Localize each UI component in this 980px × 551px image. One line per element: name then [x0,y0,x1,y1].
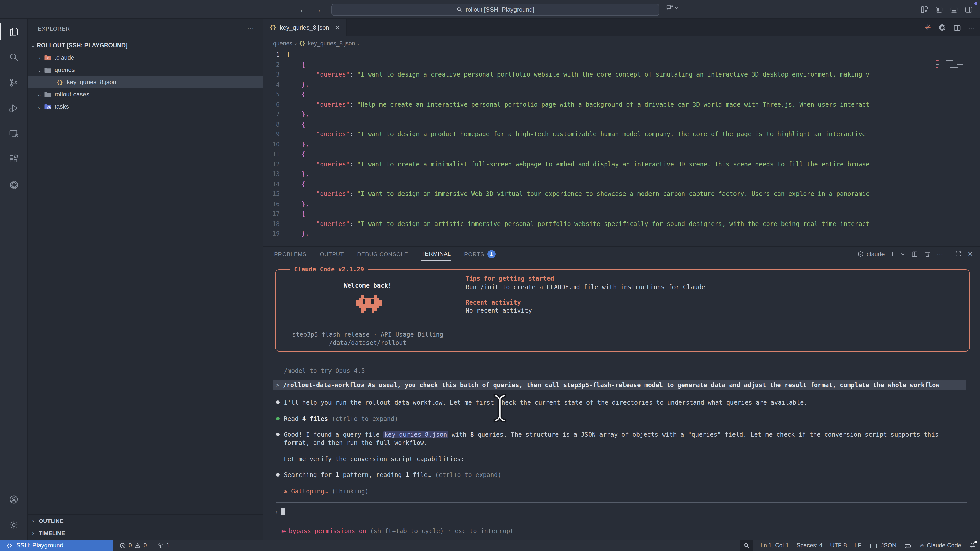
sidebar-section-outline[interactable]: › OUTLINE [27,514,263,527]
code-text: "queries": "I want to design a product h… [287,130,980,140]
activity-source-control-icon[interactable] [0,70,27,95]
permissions-hint: ▶▶bypass permissions on (shift+tab to cy… [282,527,514,535]
more-actions-icon[interactable]: ⋯ [247,24,255,33]
tree-item-rollout-cases[interactable]: ⌄rollout-cases [27,88,263,100]
toggle-sidebar-icon[interactable] [935,5,943,14]
line-number: 19 [263,229,287,239]
command-center-search[interactable]: rollout [SSH: Playground] [331,3,659,16]
chevron-right-icon: › [358,40,360,46]
code-line-13[interactable]: 13 }, [263,169,980,179]
tab-problems[interactable]: PROBLEMS [274,247,307,261]
breadcrumb-file[interactable]: key_quries_8.json [308,40,355,46]
code-line-8[interactable]: 8 { [263,120,980,130]
activity-remote-explorer-icon[interactable] [0,121,27,146]
tab-terminal[interactable]: TERMINAL [422,247,451,261]
cursor-position[interactable]: Ln 1, Col 1 [760,542,789,548]
code-line-19[interactable]: 19 }, [263,229,980,239]
copilot-chat-button[interactable] [666,4,679,12]
split-terminal-icon[interactable] [911,250,918,257]
language-mode[interactable]: { } JSON [869,542,896,548]
code-line-10[interactable]: 10 }, [263,140,980,149]
kill-terminal-icon[interactable] [924,250,931,257]
eol[interactable]: LF [854,542,861,548]
tree-item-queries[interactable]: ⌄queries [27,64,263,76]
chatgpt-icon[interactable] [938,24,946,32]
more-actions-icon[interactable]: ⋯ [937,250,943,258]
code-line-1[interactable]: 1[ [263,50,980,60]
split-editor-icon[interactable] [953,24,961,32]
new-terminal-icon[interactable]: + [891,249,895,258]
code-line-14[interactable]: 14 { [263,179,980,189]
close-panel-icon[interactable]: ✕ [967,250,973,258]
sidebar-section-timeline[interactable]: › TIMELINE [27,527,263,539]
tree-root[interactable]: ⌄ ROLLOUT [SSH: PLAYGROUND] [27,39,263,52]
terminal-prompt[interactable]: › [275,508,285,516]
line-number: 3 [263,70,287,80]
code-line-9[interactable]: 9 "queries": "I want to design a product… [263,130,980,140]
claude-icon[interactable]: ✳ [924,23,931,32]
encoding[interactable]: UTF-8 [830,542,847,548]
code-line-4[interactable]: 4 }, [263,80,980,90]
robot-eye [363,300,366,303]
activity-extensions-icon[interactable] [0,146,27,172]
activity-settings-icon[interactable] [0,512,27,538]
robot-icon[interactable] [904,541,912,549]
code-line-2[interactable]: 2 { [263,60,980,70]
tree-item-tasks[interactable]: ⌄tasks [27,100,263,113]
double-arrow-icon: ▶▶ [282,529,285,534]
code-line-17[interactable]: 17 { [263,209,980,219]
more-actions-icon[interactable]: ⋯ [968,24,975,32]
breadcrumb-more[interactable]: … [362,40,368,46]
notifications[interactable] [969,542,976,549]
code-line-11[interactable]: 11 { [263,149,980,159]
problems-status[interactable]: 0 0 [119,542,147,549]
zoom-status[interactable] [740,540,752,551]
breadcrumb-folder[interactable]: queries [273,40,292,46]
ports-status[interactable]: 1 [157,542,170,549]
toggle-secondary-sidebar-icon[interactable] [965,5,973,14]
line-number: 15 [263,189,287,199]
tips-body: Run /init to create a CLAUDE.md file wit… [466,284,705,291]
maximize-panel-icon[interactable] [955,251,962,257]
code-line-12[interactable]: 12 "queries": "I want to create a minima… [263,159,980,169]
activity-explorer-icon[interactable] [0,19,27,44]
toggle-panel-icon[interactable] [950,5,958,14]
code-line-16[interactable]: 16 }, [263,199,980,209]
nav-forward-icon[interactable]: → [314,5,321,14]
code-line-7[interactable]: 7 }, [263,110,980,120]
panel-header: PROBLEMS OUTPUT DEBUG CONSOLE TERMINAL P… [263,247,980,261]
json-file-icon: {} [269,24,277,30]
code-line-3[interactable]: 3 "queries": "I want to design a creativ… [263,70,980,80]
tab-key-quries[interactable]: {} key_quries_8.json ✕ [263,19,347,36]
tree-item--claude[interactable]: ›✳.claude [27,52,263,64]
tab-ports[interactable]: PORTS 1 [464,247,495,261]
tab-output[interactable]: OUTPUT [320,247,344,261]
code-editor[interactable]: 1[2 {3 "queries": "I want to design a cr… [263,50,980,246]
activity-search-icon[interactable] [0,44,27,70]
terminal-instance[interactable]: claude [857,250,885,257]
nav-back-icon[interactable]: ← [299,5,307,14]
line-number: 12 [263,159,287,169]
code-text: { [287,120,980,130]
chevron-down-icon[interactable] [900,251,905,256]
breadcrumb[interactable]: queries › {} key_quries_8.json › … [263,36,980,50]
claude-code-status[interactable]: ✳ Claude Code [919,542,961,549]
code-line-15[interactable]: 15 "queries": "I want to design an immer… [263,189,980,199]
activity-run-debug-icon[interactable] [0,95,27,121]
line-number: 14 [263,179,287,189]
close-tab-icon[interactable]: ✕ [335,24,340,31]
tab-debug-console[interactable]: DEBUG CONSOLE [357,247,408,261]
code-line-18[interactable]: 18 "queries": "I want to design an artis… [263,219,980,229]
customize-layout-icon[interactable] [920,5,928,14]
tree-item-key-quries-8-json[interactable]: {}key_quries_8.json [27,76,263,88]
code-line-5[interactable]: 5 { [263,90,980,100]
indentation[interactable]: Spaces: 4 [797,542,822,548]
activity-account-icon[interactable] [0,487,27,512]
code-line-6[interactable]: 6 "queries": "Help me create an interact… [263,100,980,110]
remote-indicator[interactable]: SSH: Playground [0,540,113,551]
terminal-user-command: > /rollout-data-workflow As usual, you c… [272,380,966,390]
terminal-content[interactable]: Claude Code v2.1.29 Welcome back! step3p… [263,261,980,540]
text-cursor [281,508,285,515]
activity-chatgpt-icon[interactable] [0,172,27,197]
line-number: 5 [263,90,287,100]
